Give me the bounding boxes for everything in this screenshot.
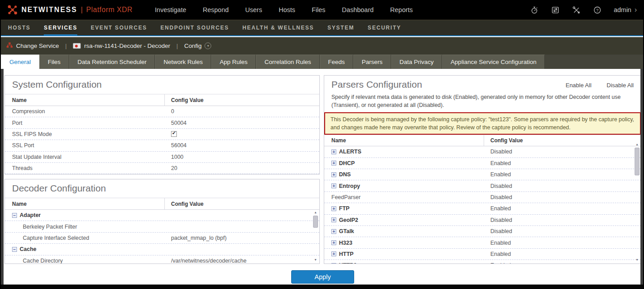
- collapse-tree-icon[interactable]: −: [12, 213, 17, 218]
- expand-tree-icon[interactable]: +: [331, 217, 336, 222]
- config-tab[interactable]: Data Privacy: [391, 55, 443, 69]
- decoder-configuration-panel: Decoder Configuration Name Config Value …: [4, 179, 320, 264]
- config-tab[interactable]: Files: [39, 55, 69, 69]
- module-nav-item[interactable]: ENDPOINT SOURCES: [160, 20, 229, 35]
- parser-row[interactable]: FeedParser Disabled: [324, 192, 641, 203]
- decoder-config-row[interactable]: − Cache: [5, 244, 319, 255]
- system-config-row[interactable]: SSL FIPS Mode: [5, 129, 319, 140]
- admin-tools-icon[interactable]: [572, 5, 581, 14]
- scrollbar-thumb[interactable]: [635, 148, 640, 175]
- view-crumb[interactable]: Config ▾: [184, 42, 211, 49]
- module-nav-item[interactable]: SYSTEM: [327, 20, 354, 35]
- breadcrumb-separator: |: [65, 42, 67, 49]
- top-nav-item[interactable]: Investigate: [155, 6, 186, 13]
- column-header-name[interactable]: Name: [324, 135, 484, 146]
- parser-row[interactable]: + DHCP Enabled: [324, 158, 641, 169]
- expand-tree-icon[interactable]: +: [331, 183, 336, 188]
- top-nav-item[interactable]: Hosts: [279, 6, 295, 13]
- system-config-row[interactable]: Threads 20: [5, 163, 319, 174]
- system-configuration-panel: System Configuration Name Config Value C…: [4, 75, 320, 174]
- parser-row[interactable]: + GeoIP2 Disabled: [324, 215, 641, 226]
- system-config-row[interactable]: SSL Port 56004: [5, 140, 319, 151]
- decoder-scrollbar[interactable]: ▲ ▼: [313, 210, 318, 263]
- parser-name: DNS: [339, 171, 351, 178]
- config-name: Threads: [12, 165, 33, 171]
- config-tab[interactable]: General: [1, 55, 39, 69]
- parser-row[interactable]: + FTP Enabled: [324, 203, 641, 214]
- system-grid-body: Compression 0 Port 50004: [5, 106, 319, 174]
- disable-all-button[interactable]: Disable All: [606, 82, 634, 89]
- parser-config-value: Disabled: [490, 228, 512, 234]
- expand-tree-icon[interactable]: +: [331, 263, 336, 264]
- decoder-configuration-header: Decoder Configuration: [5, 179, 319, 198]
- config-tab[interactable]: Data Retention Scheduler: [69, 55, 155, 69]
- column-header-config-value[interactable]: Config Value: [484, 137, 641, 144]
- top-nav-item[interactable]: Reports: [390, 6, 413, 13]
- parser-row[interactable]: + Entropy Disabled: [324, 180, 641, 191]
- view-dropdown-icon[interactable]: ▾: [205, 42, 211, 49]
- top-nav-item[interactable]: Files: [312, 6, 326, 13]
- parser-row[interactable]: + H323 Enabled: [324, 237, 641, 248]
- config-tab[interactable]: App Rules: [211, 55, 256, 69]
- jobs-stopwatch-icon[interactable]: [530, 5, 539, 14]
- enable-all-button[interactable]: Enable All: [565, 82, 591, 89]
- module-nav-item[interactable]: SERVICES: [44, 20, 77, 35]
- module-nav-item[interactable]: EVENT SOURCES: [91, 20, 147, 35]
- brand[interactable]: NETWITNESS | Platform XDR: [7, 4, 133, 15]
- expand-tree-icon[interactable]: +: [331, 240, 336, 245]
- top-nav-item[interactable]: Dashboard: [342, 6, 374, 13]
- column-header-config-value[interactable]: Config Value: [165, 201, 319, 207]
- expand-tree-icon[interactable]: +: [331, 229, 336, 234]
- parser-row[interactable]: + HTTP2 Enabled: [324, 260, 641, 264]
- column-header-name[interactable]: Name: [5, 94, 165, 106]
- decoder-config-row[interactable]: Berkeley Packet Filter: [5, 221, 319, 232]
- config-tab[interactable]: Parsers: [353, 55, 391, 69]
- parser-row[interactable]: + GTalk Disabled: [324, 226, 641, 237]
- parser-config-value: Disabled: [490, 149, 512, 155]
- expand-tree-icon[interactable]: +: [331, 149, 336, 154]
- module-nav-item[interactable]: HEALTH & WELLNESS: [243, 20, 314, 35]
- config-value: packet_mmap_lo (bpf): [171, 235, 226, 241]
- scrollbar-thumb[interactable]: [313, 216, 318, 228]
- settings-sliders-icon[interactable]: [551, 5, 560, 14]
- config-tab[interactable]: Network Rules: [155, 55, 211, 69]
- config-name: Port: [12, 120, 22, 126]
- expand-tree-icon[interactable]: +: [331, 251, 336, 256]
- module-nav-item[interactable]: HOSTS: [8, 20, 30, 35]
- scroll-up-icon[interactable]: ▲: [634, 142, 640, 147]
- module-nav-item[interactable]: SECURITY: [368, 20, 401, 35]
- decoder-config-row[interactable]: Capture Interface Selected packet_mmap_l…: [5, 233, 319, 244]
- change-service-button[interactable]: Change Service: [6, 42, 59, 50]
- expand-tree-icon[interactable]: +: [331, 161, 336, 166]
- top-nav: NETWITNESS | Platform XDR InvestigateRes…: [1, 0, 643, 20]
- parser-row[interactable]: + HTTP Enabled: [324, 249, 641, 260]
- system-config-row[interactable]: Compression 0: [5, 106, 319, 117]
- decoder-config-row[interactable]: − Adapter: [5, 210, 319, 221]
- config-tab[interactable]: Appliance Service Configuration: [442, 55, 545, 69]
- parsers-configuration-header: Parsers Configuration Enable All Disable…: [324, 76, 641, 93]
- apply-button[interactable]: Apply: [291, 270, 354, 284]
- config-tab[interactable]: Feeds: [320, 55, 354, 69]
- config-tab[interactable]: Correlation Rules: [256, 55, 319, 69]
- ssl-fips-checkbox[interactable]: [171, 131, 177, 137]
- column-header-name[interactable]: Name: [5, 198, 165, 209]
- parser-row[interactable]: + DNS Enabled: [324, 169, 641, 180]
- config-name: Cache: [20, 246, 37, 252]
- scroll-up-icon[interactable]: ▲: [313, 210, 318, 215]
- top-nav-item[interactable]: Respond: [203, 6, 229, 13]
- column-header-config-value[interactable]: Config Value: [165, 97, 319, 103]
- expand-tree-icon[interactable]: +: [331, 206, 336, 211]
- service-crumb[interactable]: rsa-nw-1141-Decoder - Decoder: [73, 42, 170, 49]
- decoder-config-row[interactable]: Cache Directory /var/netwitness/decoder/…: [5, 255, 319, 264]
- collapse-tree-icon[interactable]: −: [12, 247, 17, 252]
- parsers-scrollbar[interactable]: ▲ ▼: [634, 142, 640, 263]
- scroll-down-icon[interactable]: ▼: [313, 257, 318, 263]
- help-icon[interactable]: ?: [593, 5, 602, 14]
- system-config-row[interactable]: Stat Update Interval 1000: [5, 152, 319, 163]
- parser-row[interactable]: + ALERTS Disabled: [324, 146, 641, 157]
- system-config-row[interactable]: Port 50004: [5, 117, 319, 128]
- user-menu[interactable]: admin ›: [614, 6, 637, 14]
- scroll-down-icon[interactable]: ▼: [634, 257, 640, 263]
- top-nav-item[interactable]: Users: [245, 6, 262, 13]
- expand-tree-icon[interactable]: +: [331, 172, 336, 177]
